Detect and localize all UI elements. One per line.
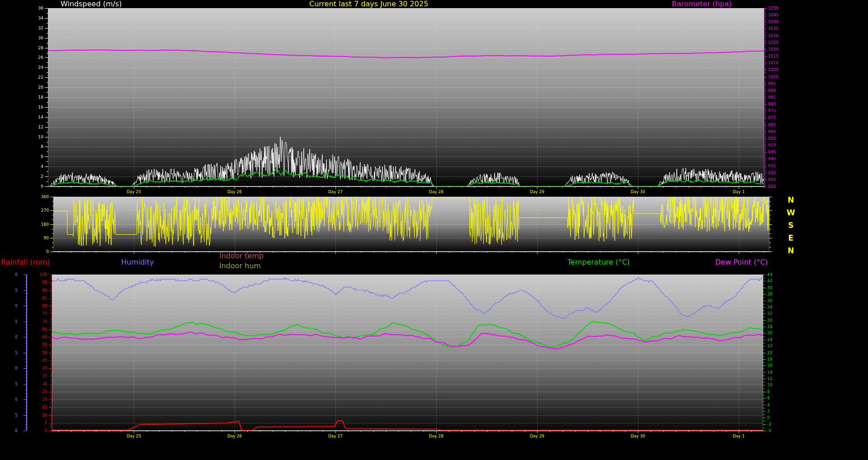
windspeed-axis-title: Windspeed (m/s) bbox=[61, 0, 122, 8]
legend-indoor-hum: Indoor hum bbox=[219, 262, 261, 270]
compass-label-n2: N bbox=[788, 244, 794, 257]
legend-rainfall: Rainfall (mm) bbox=[1, 258, 50, 266]
compass-label-e: E bbox=[788, 232, 794, 244]
compass-label-s: S bbox=[788, 219, 793, 232]
compass-label-n1: N bbox=[788, 194, 794, 206]
legend-dew-point: Dew Point (°C) bbox=[715, 258, 768, 266]
compass-axis-labels: N W S E N bbox=[787, 194, 795, 257]
compass-label-w: W bbox=[787, 206, 795, 219]
weather-dashboard: Windspeed (m/s) Current last 7 days June… bbox=[0, 0, 868, 460]
weather-charts-canvas bbox=[0, 0, 868, 460]
legend-humidity: Humidity bbox=[121, 258, 154, 266]
page-title: Current last 7 days June 30 2025 bbox=[309, 0, 428, 8]
legend-temperature: Temperature (°C) bbox=[567, 258, 630, 266]
legend-indoor-temp: Indoor temp bbox=[219, 252, 264, 260]
barometer-axis-title: Barometer (hpa) bbox=[672, 0, 732, 8]
